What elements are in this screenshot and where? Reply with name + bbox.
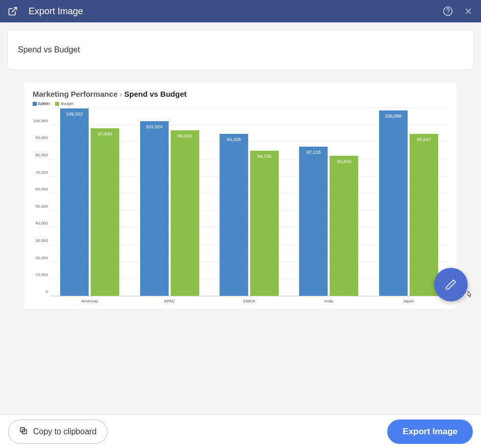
y-tick-label: 110,000 — [33, 101, 48, 106]
open-external-icon[interactable] — [7, 6, 18, 17]
copy-to-clipboard-button[interactable]: Copy to clipboard — [8, 419, 108, 444]
bar: 108,098 — [379, 110, 408, 296]
y-tick-label: 100,000 — [33, 118, 48, 123]
y-tick-label: 20,000 — [36, 255, 48, 260]
bar: 84,725 — [250, 151, 279, 296]
bar: 81,816 — [330, 156, 358, 296]
legend-item-budget: Budget — [55, 101, 73, 106]
bar-value-label: 87,133 — [299, 150, 328, 155]
y-tick-label: 80,000 — [36, 152, 48, 157]
chart-preview-card: Marketing Performance›Spend vs Budget Sp… — [24, 82, 457, 309]
close-icon[interactable] — [463, 6, 474, 17]
bar-value-label: 96,616 — [171, 133, 199, 138]
chart-name-value: Spend vs Budget — [18, 45, 80, 54]
x-tick-label: EMEA — [219, 296, 280, 303]
bar-group: 108,09894,547 — [378, 110, 439, 296]
svg-line-0 — [12, 8, 16, 12]
y-axis: 010,00020,00030,00040,00050,00060,00070,… — [33, 108, 50, 296]
breadcrumb-current: Spend vs Budget — [124, 90, 187, 98]
bar-value-label: 109,322 — [60, 111, 89, 117]
export-image-button[interactable]: Export Image — [387, 419, 473, 444]
y-tick-label: 70,000 — [36, 170, 48, 174]
copy-label: Copy to clipboard — [33, 427, 97, 436]
dialog-title: Export Image — [29, 6, 433, 17]
chart-plot: 010,00020,00030,00040,00050,00060,00070,… — [33, 108, 448, 296]
bar: 87,133 — [299, 147, 328, 296]
breadcrumb: Marketing Performance›Spend vs Budget — [33, 90, 448, 98]
bar-value-label: 94,428 — [220, 137, 248, 142]
bars-area: 109,32297,830Americas101,92496,616APAC94… — [50, 108, 448, 296]
dialog-footer: Copy to clipboard Export Image — [0, 414, 481, 448]
bar: 96,616 — [171, 130, 199, 296]
bar-value-label: 84,725 — [250, 154, 279, 159]
y-tick-label: 10,000 — [36, 272, 48, 277]
chart-legend: Spend Budget — [33, 101, 448, 106]
y-tick-label: 90,000 — [36, 135, 48, 140]
pointer-cursor-icon — [465, 290, 475, 303]
bar-value-label: 97,830 — [91, 131, 119, 136]
y-tick-label: 60,000 — [36, 187, 48, 191]
dialog-header: Export Image — [0, 0, 481, 22]
bar: 94,428 — [220, 134, 248, 296]
bar: 94,547 — [410, 134, 438, 296]
y-tick-label: 40,000 — [36, 221, 48, 226]
y-tick-label: 0 — [46, 290, 48, 294]
y-tick-label: 50,000 — [36, 204, 48, 208]
bar-group: 94,42884,725 — [219, 134, 280, 296]
bar: 101,924 — [140, 121, 169, 296]
dialog-body: Spend vs Budget Marketing Performance›Sp… — [0, 22, 481, 414]
bar-value-label: 108,098 — [379, 114, 408, 119]
help-icon[interactable] — [442, 6, 453, 17]
chart-name-input[interactable]: Spend vs Budget — [7, 30, 474, 70]
bar-group: 87,13381,816 — [298, 147, 359, 296]
pencil-icon — [445, 278, 457, 291]
bar-group: 101,92496,616 — [139, 121, 200, 296]
bar-group: 109,32297,830 — [59, 108, 120, 296]
chevron-right-icon: › — [120, 90, 122, 98]
bar-value-label: 94,547 — [410, 137, 438, 142]
y-tick-label: 30,000 — [36, 238, 48, 243]
copy-icon — [19, 426, 28, 437]
bar-value-label: 101,924 — [140, 124, 169, 129]
x-tick-label: India — [298, 296, 359, 303]
x-tick-label: Japan — [378, 296, 439, 303]
export-label: Export Image — [403, 427, 458, 436]
bar-value-label: 81,816 — [330, 159, 358, 164]
x-tick-label: Americas — [59, 296, 120, 303]
bar: 109,322 — [60, 108, 89, 296]
bar: 97,830 — [91, 128, 119, 296]
edit-fab[interactable] — [434, 268, 468, 301]
breadcrumb-parent: Marketing Performance — [33, 90, 118, 98]
x-tick-label: APAC — [139, 296, 200, 303]
